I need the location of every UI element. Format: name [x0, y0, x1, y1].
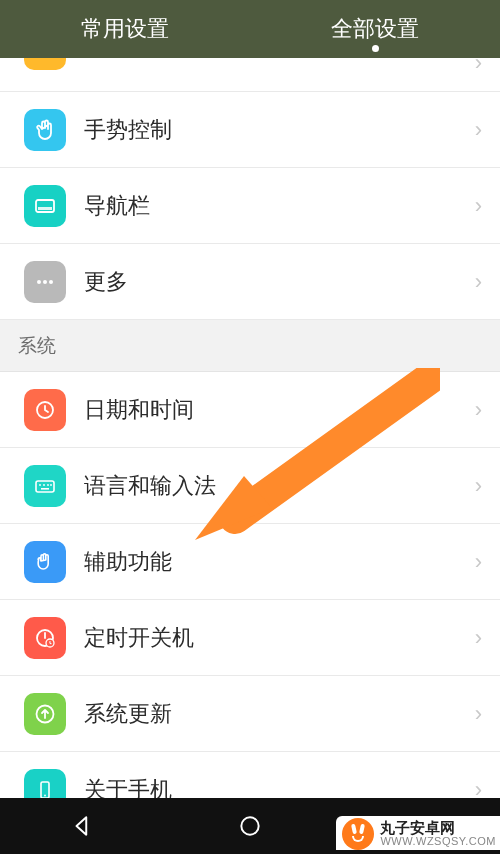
- svg-rect-11: [41, 488, 49, 490]
- tab-common-label: 常用设置: [81, 14, 169, 44]
- nav-home-button[interactable]: [210, 798, 290, 854]
- list-item-navigation-bar[interactable]: 导航栏 ›: [0, 168, 500, 244]
- chevron-right-icon: ›: [475, 193, 482, 219]
- keyboard-icon: [24, 465, 66, 507]
- top-tab-bar: 常用设置 全部设置: [0, 0, 500, 58]
- svg-point-18: [241, 817, 258, 834]
- arrow-up-icon: [24, 693, 66, 735]
- chevron-right-icon: ›: [475, 777, 482, 799]
- list-item-system-update[interactable]: 系统更新 ›: [0, 676, 500, 752]
- power-icon: [24, 617, 66, 659]
- chevron-right-icon: ›: [475, 701, 482, 727]
- watermark: 丸子安卓网 WWW.WZSQSY.COM: [336, 816, 500, 850]
- gesture-label: 手势控制: [84, 115, 475, 145]
- chevron-right-icon: ›: [475, 397, 482, 423]
- chevron-right-icon: ›: [475, 117, 482, 143]
- watermark-title: 丸子安卓网: [380, 820, 496, 836]
- list-item-accessibility[interactable]: 辅助功能 ›: [0, 524, 500, 600]
- section-header-system: 系统: [0, 320, 500, 372]
- tab-all-settings[interactable]: 全部设置: [250, 0, 500, 58]
- list-item-partial[interactable]: . ›: [0, 58, 500, 92]
- svg-point-3: [43, 280, 47, 284]
- phone-icon: [24, 769, 66, 799]
- chevron-right-icon: ›: [475, 549, 482, 575]
- svg-point-7: [39, 484, 41, 486]
- hand-icon: [24, 109, 66, 151]
- tab-common-settings[interactable]: 常用设置: [0, 0, 250, 58]
- accessibility-label: 辅助功能: [84, 547, 475, 577]
- svg-point-4: [49, 280, 53, 284]
- palm-icon: [24, 541, 66, 583]
- language-label: 语言和输入法: [84, 471, 475, 501]
- about-label: 关于手机: [84, 775, 475, 799]
- svg-point-9: [47, 484, 49, 486]
- watermark-logo-icon: [342, 818, 374, 850]
- dock-icon: [24, 185, 66, 227]
- watermark-sub: WWW.WZSQSY.COM: [380, 836, 496, 848]
- more-label: 更多: [84, 267, 475, 297]
- list-item-scheduled-power[interactable]: 定时开关机 ›: [0, 600, 500, 676]
- section-system-label: 系统: [18, 333, 56, 359]
- chevron-right-icon: ›: [475, 58, 482, 76]
- chevron-right-icon: ›: [475, 473, 482, 499]
- svg-point-2: [37, 280, 41, 284]
- settings-list: . › 手势控制 › 导航栏 › 更多 › 系统 日期和时间 ›: [0, 58, 500, 798]
- svg-rect-1: [38, 207, 52, 210]
- svg-point-8: [43, 484, 45, 486]
- partial-icon: [24, 58, 66, 70]
- dots-icon: [24, 261, 66, 303]
- clock-icon: [24, 389, 66, 431]
- chevron-right-icon: ›: [475, 269, 482, 295]
- update-label: 系统更新: [84, 699, 475, 729]
- list-item-language-input[interactable]: 语言和输入法 ›: [0, 448, 500, 524]
- datetime-label: 日期和时间: [84, 395, 475, 425]
- list-item-about-phone[interactable]: 关于手机 ›: [0, 752, 500, 798]
- list-item-gesture-control[interactable]: 手势控制 ›: [0, 92, 500, 168]
- list-item-date-time[interactable]: 日期和时间 ›: [0, 372, 500, 448]
- tab-all-label: 全部设置: [331, 14, 419, 44]
- nav-back-button[interactable]: [43, 798, 123, 854]
- scheduled-label: 定时开关机: [84, 623, 475, 653]
- navbar-label: 导航栏: [84, 191, 475, 221]
- svg-point-10: [50, 484, 52, 486]
- tab-active-indicator: [372, 45, 379, 52]
- svg-point-16: [44, 794, 46, 796]
- svg-rect-0: [36, 200, 54, 212]
- svg-rect-6: [36, 481, 54, 492]
- list-item-more[interactable]: 更多 ›: [0, 244, 500, 320]
- chevron-right-icon: ›: [475, 625, 482, 651]
